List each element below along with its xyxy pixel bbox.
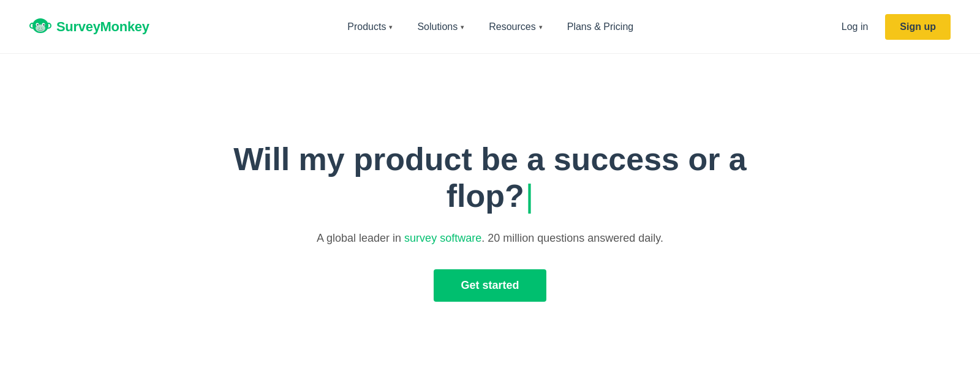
hero-title: Will my product be a success or a flop?| — [214, 141, 766, 215]
nav-resources-label: Resources — [489, 21, 535, 32]
logo-link[interactable]: SurveyMonkey — [29, 16, 149, 38]
nav-resources[interactable]: Resources ▾ — [479, 17, 552, 37]
nav-plans-label: Plans & Pricing — [567, 21, 634, 32]
hero-section: Will my product be a success or a flop?|… — [0, 54, 980, 377]
site-header: SurveyMonkey Products ▾ Solutions ▾ Reso… — [0, 0, 980, 54]
chevron-down-icon: ▾ — [539, 23, 543, 31]
nav-plans-pricing[interactable]: Plans & Pricing — [557, 17, 644, 37]
login-button[interactable]: Log in — [832, 17, 878, 37]
nav-products[interactable]: Products ▾ — [337, 17, 402, 37]
nav-solutions-label: Solutions — [417, 21, 458, 32]
svg-point-8 — [37, 24, 38, 25]
main-nav: Products ▾ Solutions ▾ Resources ▾ Plans… — [337, 17, 643, 37]
chevron-down-icon: ▾ — [461, 23, 464, 31]
svg-point-11 — [41, 28, 42, 29]
nav-products-label: Products — [347, 21, 386, 32]
hero-title-text: Will my product be a success or a flop? — [233, 141, 747, 214]
chevron-down-icon: ▾ — [389, 23, 393, 31]
logo-icon — [29, 16, 51, 38]
hero-subtitle: A global leader in survey software. 20 m… — [317, 230, 663, 247]
auth-area: Log in Sign up — [832, 14, 951, 40]
nav-solutions[interactable]: Solutions ▾ — [407, 17, 474, 37]
logo-text: SurveyMonkey — [56, 19, 149, 35]
hero-subtitle-before: A global leader in — [317, 232, 404, 244]
svg-point-9 — [43, 24, 44, 25]
hero-subtitle-highlight: survey software — [404, 232, 481, 244]
get-started-button[interactable]: Get started — [434, 269, 546, 302]
signup-button[interactable]: Sign up — [885, 14, 951, 40]
hero-subtitle-after: . 20 million questions answered daily. — [481, 232, 663, 244]
monkey-svg-graphic — [29, 16, 51, 38]
svg-point-10 — [39, 28, 40, 29]
cursor-icon: | — [526, 178, 534, 214]
